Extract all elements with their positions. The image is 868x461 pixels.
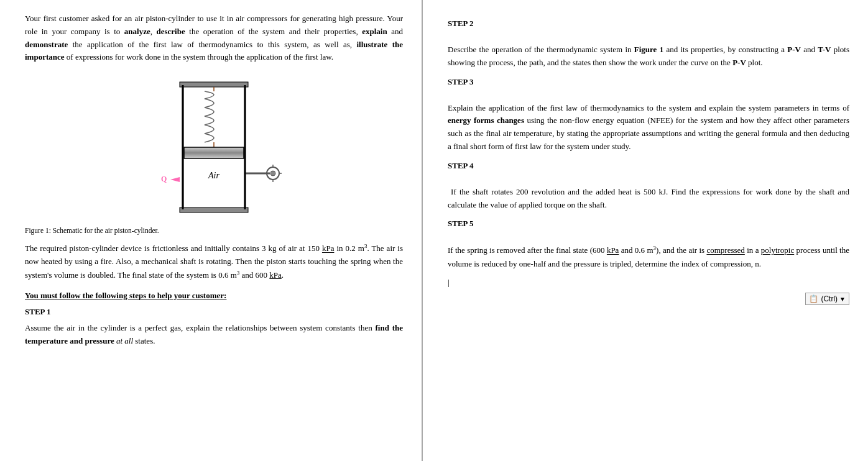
left-panel: Your first customer asked for an air pis…	[0, 0, 423, 461]
ctrl-label: (Ctrl)	[821, 294, 838, 303]
svg-rect-1	[180, 82, 248, 87]
cursor-line: |	[448, 278, 849, 288]
right-panel: STEP 2 Describe the operation of the the…	[423, 0, 868, 461]
svg-rect-15	[180, 208, 248, 212]
figure-caption: Figure 1: Schematic for the air piston-c…	[25, 227, 403, 234]
main-heading: You must follow the following steps to h…	[25, 291, 403, 301]
body-paragraph: The required piston-cylinder device is f…	[25, 242, 403, 282]
step3-text: Explain the application of the first law…	[448, 102, 849, 153]
svg-text:Q: Q	[161, 175, 167, 183]
ctrl-popup[interactable]: 📋 (Ctrl) ▼	[805, 293, 849, 305]
clipboard-icon: 📋	[809, 294, 818, 303]
step3-heading: STEP 3	[448, 77, 849, 87]
diagram-container: Air Q	[25, 73, 403, 222]
svg-point-14	[270, 171, 275, 176]
step2-heading: STEP 2	[448, 19, 849, 29]
svg-rect-4	[184, 147, 244, 158]
ctrl-dropdown-arrow[interactable]: ▼	[839, 296, 846, 303]
step1-text: Assume the air in the cylinder is a perf…	[25, 322, 403, 348]
step4-text: If the shaft rotates 200 revolution and …	[448, 186, 849, 212]
step2-text: Describe the operation of the thermodyna…	[448, 43, 849, 70]
step4-heading: STEP 4	[448, 161, 849, 171]
step5-text: If the spring is removed after the final…	[448, 244, 849, 270]
intro-paragraph: Your first customer asked for an air pis…	[25, 12, 403, 64]
svg-text:Air: Air	[208, 171, 219, 180]
svg-marker-7	[170, 177, 180, 182]
step5-heading: STEP 5	[448, 219, 849, 229]
piston-cylinder-diagram: Air Q	[145, 73, 282, 222]
step1-heading: STEP 1	[25, 307, 403, 317]
